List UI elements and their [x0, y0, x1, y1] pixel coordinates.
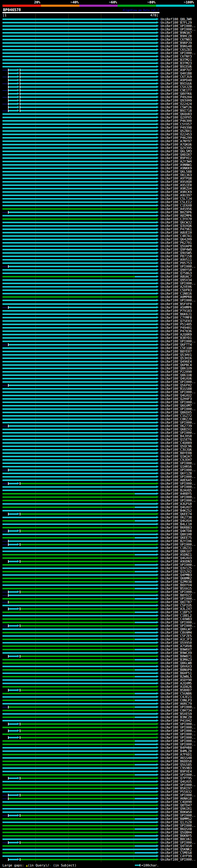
alignment-row[interactable]: UniRef100_Q6PBC4: [0, 363, 197, 367]
alignment-bar-segment[interactable]: [2, 52, 156, 54]
alignment-bar-segment[interactable]: [2, 473, 156, 474]
alignment-bar-segment[interactable]: [2, 832, 156, 833]
alignment-bar-segment[interactable]: [9, 530, 17, 532]
alignment-bar-segment[interactable]: [2, 191, 156, 193]
alignment-bar-segment[interactable]: [2, 439, 156, 440]
alignment-bar-segment[interactable]: [2, 652, 156, 654]
alignment-bar-segment[interactable]: [20, 795, 156, 796]
alignment-row[interactable]: UniRef100_UPI000..: [0, 380, 197, 384]
alignment-bar-segment[interactable]: [2, 141, 156, 142]
hit-label[interactable]: UniRef100_UPI000..: [161, 380, 196, 384]
alignment-bar-segment[interactable]: [9, 795, 17, 796]
hit-label[interactable]: UniRef100_A2Q0R9: [161, 333, 192, 336]
alignment-bar-segment[interactable]: [2, 642, 156, 644]
alignment-bar-segment[interactable]: [2, 276, 135, 277]
hit-label[interactable]: UniRef100_Q7SE03: [161, 319, 192, 323]
alignment-bar-segment[interactable]: [2, 435, 156, 437]
alignment-bar-segment[interactable]: [9, 69, 17, 71]
alignment-bar-segment[interactable]: [2, 123, 156, 125]
hit-label[interactable]: UniRef100_UPI000..: [161, 340, 196, 343]
alignment-bar-segment[interactable]: [135, 700, 156, 701]
alignment-bar-segment[interactable]: [2, 181, 156, 183]
alignment-bar-segment[interactable]: [2, 734, 156, 735]
alignment-bar-segment[interactable]: [135, 537, 156, 538]
alignment-bar-segment[interactable]: [2, 771, 156, 772]
alignment-row[interactable]: UniRef100_Q53HV1: [0, 353, 197, 356]
alignment-bar-segment[interactable]: [135, 622, 156, 623]
alignment-bar-segment[interactable]: [9, 625, 17, 627]
alignment-bar-segment[interactable]: [2, 727, 156, 728]
alignment-bar-segment[interactable]: [2, 134, 156, 135]
alignment-bar-segment[interactable]: [2, 347, 156, 349]
alignment-bar-segment[interactable]: [2, 547, 156, 549]
alignment-row[interactable]: UniRef100_Q4GXU2: [0, 394, 197, 397]
alignment-bar-segment[interactable]: [9, 483, 17, 484]
alignment-bar-segment[interactable]: [9, 544, 17, 545]
alignment-bar-segment[interactable]: [2, 764, 135, 766]
alignment-bar-segment[interactable]: [2, 35, 156, 37]
alignment-bar-segment[interactable]: [135, 818, 156, 820]
alignment-bar-segment[interactable]: [2, 683, 156, 684]
alignment-bar-segment[interactable]: [2, 750, 156, 752]
alignment-bar-segment[interactable]: [2, 32, 156, 34]
alignment-bar-segment[interactable]: [20, 483, 156, 484]
alignment-bar-segment[interactable]: [135, 764, 156, 766]
alignment-bar-segment[interactable]: [2, 25, 156, 27]
alignment-row[interactable]: UniRef100_P51405: [0, 323, 197, 326]
hit-label[interactable]: UniRef100_Q6PBC4: [161, 363, 192, 367]
alignment-bar-segment[interactable]: [2, 418, 156, 420]
alignment-bar-segment[interactable]: [20, 106, 156, 108]
alignment-bar-segment[interactable]: [2, 551, 156, 552]
alignment-bar-segment[interactable]: [20, 815, 156, 816]
alignment-row[interactable]: UniRef100_A5HMP6: [0, 306, 197, 309]
alignment-bar-segment[interactable]: [2, 283, 156, 284]
alignment-bar-segment[interactable]: [2, 130, 156, 132]
alignment-bar-segment[interactable]: [135, 649, 156, 650]
alignment-bar-segment[interactable]: [2, 22, 156, 23]
alignment-bar-segment[interactable]: [2, 164, 156, 166]
alignment-bar-segment[interactable]: [135, 506, 156, 508]
alignment-bar-segment[interactable]: [9, 425, 156, 427]
hit-label[interactable]: UniRef100_A5HMP6: [161, 306, 192, 309]
alignment-bar-segment[interactable]: [2, 371, 156, 373]
alignment-bar-segment[interactable]: [135, 787, 156, 789]
alignment-bar-segment[interactable]: [135, 520, 156, 522]
alignment-bar-segment[interactable]: [9, 689, 17, 691]
alignment-bar-segment[interactable]: [2, 761, 156, 762]
alignment-bar-segment[interactable]: [20, 90, 156, 91]
alignment-bar-segment[interactable]: [2, 835, 135, 837]
alignment-bar-segment[interactable]: [20, 73, 156, 74]
hit-label[interactable]: UniRef100_Q496E4: [161, 360, 192, 363]
alignment-bar-segment[interactable]: [2, 700, 135, 701]
hit-label[interactable]: UniRef100_Q861U9: [161, 367, 192, 370]
alignment-bar-segment[interactable]: [2, 503, 156, 505]
alignment-row[interactable]: UniRef100_B5FXF0: [0, 302, 197, 306]
alignment-row[interactable]: UniRef100_UPI000..: [0, 340, 197, 343]
alignment-bar-segment[interactable]: [20, 80, 156, 81]
alignment-bar-segment[interactable]: [2, 320, 156, 322]
alignment-bar-segment[interactable]: [2, 520, 135, 522]
alignment-bar-segment[interactable]: [135, 493, 156, 495]
hit-label[interactable]: UniRef100_C7YMF8: [161, 316, 192, 319]
alignment-row[interactable]: UniRef100_P22090: [0, 370, 197, 373]
alignment-bar-segment[interactable]: [2, 167, 156, 169]
alignment-bar-segment[interactable]: [2, 781, 156, 782]
alignment-bar-segment[interactable]: [2, 19, 156, 20]
hit-label[interactable]: UniRef100_P47836: [161, 330, 192, 333]
alignment-bar-segment[interactable]: [135, 716, 156, 718]
alignment-bar-segment[interactable]: [2, 679, 156, 681]
alignment-row[interactable]: UniRef100_Q861U8: [0, 373, 197, 377]
alignment-bar-segment[interactable]: [20, 608, 156, 610]
alignment-bar-segment[interactable]: [2, 337, 156, 339]
alignment-bar-segment[interactable]: [9, 73, 17, 74]
alignment-bar-segment[interactable]: [2, 391, 156, 393]
alignment-bar-segment[interactable]: [2, 378, 156, 379]
alignment-bar-segment[interactable]: [2, 63, 156, 64]
alignment-bar-segment[interactable]: [135, 639, 156, 640]
alignment-bar-segment[interactable]: [20, 544, 156, 545]
alignment-bar-segment[interactable]: [9, 540, 156, 542]
alignment-bar-segment[interactable]: [2, 113, 156, 115]
alignment-bar-segment[interactable]: [2, 581, 135, 583]
hit-label[interactable]: UniRef100_Q6FTT4: [161, 343, 192, 346]
alignment-bar-segment[interactable]: [2, 174, 156, 176]
